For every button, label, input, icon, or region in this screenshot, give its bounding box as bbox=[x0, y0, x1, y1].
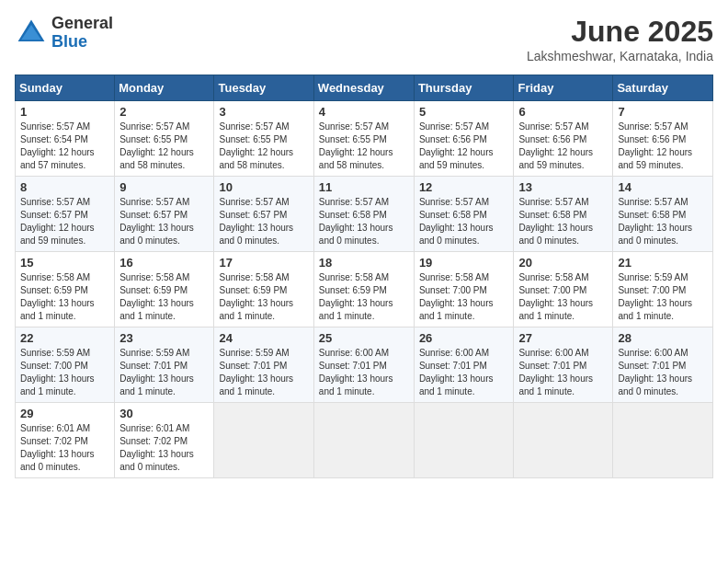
header-thursday: Thursday bbox=[414, 75, 514, 101]
day-info: Sunrise: 5:59 AM Sunset: 7:00 PM Dayligh… bbox=[20, 347, 109, 398]
day-info: Sunrise: 5:59 AM Sunset: 7:01 PM Dayligh… bbox=[219, 347, 308, 398]
day-number: 19 bbox=[419, 256, 509, 270]
header: General Blue June 2025 Lakshmeshwar, Kar… bbox=[15, 15, 713, 63]
calendar-cell: 12Sunrise: 5:57 AM Sunset: 6:58 PM Dayli… bbox=[414, 177, 514, 252]
header-saturday: Saturday bbox=[613, 75, 713, 101]
day-number: 2 bbox=[119, 105, 209, 119]
logo: General Blue bbox=[15, 15, 113, 52]
calendar-cell: 25Sunrise: 6:00 AM Sunset: 7:01 PM Dayli… bbox=[313, 327, 414, 403]
day-number: 22 bbox=[20, 331, 109, 345]
calendar-cell: 17Sunrise: 5:58 AM Sunset: 6:59 PM Dayli… bbox=[214, 252, 313, 327]
day-number: 8 bbox=[20, 180, 109, 194]
header-sunday: Sunday bbox=[16, 75, 115, 101]
calendar-cell: 23Sunrise: 5:59 AM Sunset: 7:01 PM Dayli… bbox=[115, 327, 214, 403]
day-info: Sunrise: 6:00 AM Sunset: 7:01 PM Dayligh… bbox=[518, 347, 608, 398]
day-info: Sunrise: 5:58 AM Sunset: 6:59 PM Dayligh… bbox=[219, 271, 308, 323]
day-number: 4 bbox=[319, 105, 409, 119]
header-wednesday: Wednesday bbox=[313, 75, 414, 101]
logo-text: General Blue bbox=[51, 15, 113, 52]
calendar-week-row: 1Sunrise: 5:57 AM Sunset: 6:54 PM Daylig… bbox=[16, 101, 713, 177]
day-info: Sunrise: 5:57 AM Sunset: 6:58 PM Dayligh… bbox=[419, 196, 509, 247]
calendar-cell: 7Sunrise: 5:57 AM Sunset: 6:56 PM Daylig… bbox=[613, 101, 713, 177]
day-info: Sunrise: 5:57 AM Sunset: 6:57 PM Dayligh… bbox=[219, 196, 308, 247]
day-number: 1 bbox=[20, 105, 109, 119]
day-info: Sunrise: 6:00 AM Sunset: 7:01 PM Dayligh… bbox=[419, 347, 509, 398]
calendar-cell: 30Sunrise: 6:01 AM Sunset: 7:02 PM Dayli… bbox=[115, 403, 214, 478]
day-info: Sunrise: 5:57 AM Sunset: 6:58 PM Dayligh… bbox=[319, 196, 409, 247]
calendar-cell: 29Sunrise: 6:01 AM Sunset: 7:02 PM Dayli… bbox=[16, 403, 115, 478]
day-number: 24 bbox=[219, 331, 308, 345]
logo-icon bbox=[15, 17, 48, 50]
day-number: 15 bbox=[20, 256, 109, 270]
day-info: Sunrise: 5:58 AM Sunset: 6:59 PM Dayligh… bbox=[319, 271, 409, 323]
day-number: 27 bbox=[518, 331, 608, 345]
day-info: Sunrise: 5:57 AM Sunset: 6:57 PM Dayligh… bbox=[119, 196, 209, 247]
calendar-cell: 18Sunrise: 5:58 AM Sunset: 6:59 PM Dayli… bbox=[313, 252, 414, 327]
calendar-cell bbox=[214, 403, 313, 478]
calendar-cell: 10Sunrise: 5:57 AM Sunset: 6:57 PM Dayli… bbox=[214, 177, 313, 252]
calendar-cell: 13Sunrise: 5:57 AM Sunset: 6:58 PM Dayli… bbox=[514, 177, 613, 252]
day-info: Sunrise: 5:57 AM Sunset: 6:55 PM Dayligh… bbox=[319, 121, 409, 172]
day-number: 9 bbox=[119, 180, 209, 194]
calendar-header-row: SundayMondayTuesdayWednesdayThursdayFrid… bbox=[16, 75, 713, 101]
header-monday: Monday bbox=[115, 75, 214, 101]
day-info: Sunrise: 6:00 AM Sunset: 7:01 PM Dayligh… bbox=[319, 347, 409, 398]
day-number: 30 bbox=[119, 407, 209, 420]
calendar-cell bbox=[613, 403, 713, 478]
calendar-cell bbox=[313, 403, 414, 478]
day-info: Sunrise: 5:57 AM Sunset: 6:56 PM Dayligh… bbox=[618, 121, 708, 172]
day-number: 7 bbox=[618, 105, 708, 119]
calendar-cell: 14Sunrise: 5:57 AM Sunset: 6:58 PM Dayli… bbox=[613, 177, 713, 252]
day-info: Sunrise: 6:01 AM Sunset: 7:02 PM Dayligh… bbox=[20, 422, 109, 474]
calendar-cell: 9Sunrise: 5:57 AM Sunset: 6:57 PM Daylig… bbox=[115, 177, 214, 252]
calendar-cell: 2Sunrise: 5:57 AM Sunset: 6:55 PM Daylig… bbox=[115, 101, 214, 177]
calendar-cell: 11Sunrise: 5:57 AM Sunset: 6:58 PM Dayli… bbox=[313, 177, 414, 252]
day-info: Sunrise: 5:59 AM Sunset: 7:01 PM Dayligh… bbox=[119, 347, 209, 398]
calendar-cell: 22Sunrise: 5:59 AM Sunset: 7:00 PM Dayli… bbox=[16, 327, 115, 403]
day-info: Sunrise: 5:57 AM Sunset: 6:57 PM Dayligh… bbox=[20, 196, 109, 247]
calendar-cell: 21Sunrise: 5:59 AM Sunset: 7:00 PM Dayli… bbox=[613, 252, 713, 327]
calendar-cell: 6Sunrise: 5:57 AM Sunset: 6:56 PM Daylig… bbox=[514, 101, 613, 177]
calendar-cell: 24Sunrise: 5:59 AM Sunset: 7:01 PM Dayli… bbox=[214, 327, 313, 403]
day-number: 14 bbox=[618, 180, 708, 194]
logo-blue: Blue bbox=[51, 33, 113, 52]
day-number: 12 bbox=[419, 180, 509, 194]
day-info: Sunrise: 5:57 AM Sunset: 6:56 PM Dayligh… bbox=[518, 121, 608, 172]
day-number: 29 bbox=[20, 407, 109, 420]
day-number: 18 bbox=[319, 256, 409, 270]
day-info: Sunrise: 5:59 AM Sunset: 7:00 PM Dayligh… bbox=[618, 271, 708, 323]
day-info: Sunrise: 5:58 AM Sunset: 7:00 PM Dayligh… bbox=[419, 271, 509, 323]
calendar-cell bbox=[414, 403, 514, 478]
day-info: Sunrise: 5:57 AM Sunset: 6:55 PM Dayligh… bbox=[219, 121, 308, 172]
calendar-cell: 1Sunrise: 5:57 AM Sunset: 6:54 PM Daylig… bbox=[16, 101, 115, 177]
day-info: Sunrise: 5:57 AM Sunset: 6:56 PM Dayligh… bbox=[419, 121, 509, 172]
header-tuesday: Tuesday bbox=[214, 75, 313, 101]
day-number: 28 bbox=[618, 331, 708, 345]
calendar-week-row: 29Sunrise: 6:01 AM Sunset: 7:02 PM Dayli… bbox=[16, 403, 713, 478]
day-info: Sunrise: 5:58 AM Sunset: 7:00 PM Dayligh… bbox=[518, 271, 608, 323]
day-number: 5 bbox=[419, 105, 509, 119]
day-number: 3 bbox=[219, 105, 308, 119]
calendar-week-row: 8Sunrise: 5:57 AM Sunset: 6:57 PM Daylig… bbox=[16, 177, 713, 252]
calendar-cell bbox=[514, 403, 613, 478]
calendar-cell: 20Sunrise: 5:58 AM Sunset: 7:00 PM Dayli… bbox=[514, 252, 613, 327]
calendar-week-row: 22Sunrise: 5:59 AM Sunset: 7:00 PM Dayli… bbox=[16, 327, 713, 403]
day-info: Sunrise: 5:57 AM Sunset: 6:58 PM Dayligh… bbox=[618, 196, 708, 247]
calendar-cell: 8Sunrise: 5:57 AM Sunset: 6:57 PM Daylig… bbox=[16, 177, 115, 252]
day-number: 13 bbox=[518, 180, 608, 194]
day-info: Sunrise: 5:57 AM Sunset: 6:55 PM Dayligh… bbox=[119, 121, 209, 172]
calendar-cell: 3Sunrise: 5:57 AM Sunset: 6:55 PM Daylig… bbox=[214, 101, 313, 177]
day-number: 6 bbox=[518, 105, 608, 119]
day-number: 10 bbox=[219, 180, 308, 194]
calendar-cell: 19Sunrise: 5:58 AM Sunset: 7:00 PM Dayli… bbox=[414, 252, 514, 327]
day-number: 25 bbox=[319, 331, 409, 345]
day-number: 26 bbox=[419, 331, 509, 345]
calendar-cell: 5Sunrise: 5:57 AM Sunset: 6:56 PM Daylig… bbox=[414, 101, 514, 177]
calendar-cell: 26Sunrise: 6:00 AM Sunset: 7:01 PM Dayli… bbox=[414, 327, 514, 403]
calendar-cell: 16Sunrise: 5:58 AM Sunset: 6:59 PM Dayli… bbox=[115, 252, 214, 327]
day-number: 16 bbox=[119, 256, 209, 270]
day-number: 11 bbox=[319, 180, 409, 194]
day-info: Sunrise: 5:58 AM Sunset: 6:59 PM Dayligh… bbox=[20, 271, 109, 323]
day-number: 20 bbox=[518, 256, 608, 270]
day-number: 21 bbox=[618, 256, 708, 270]
